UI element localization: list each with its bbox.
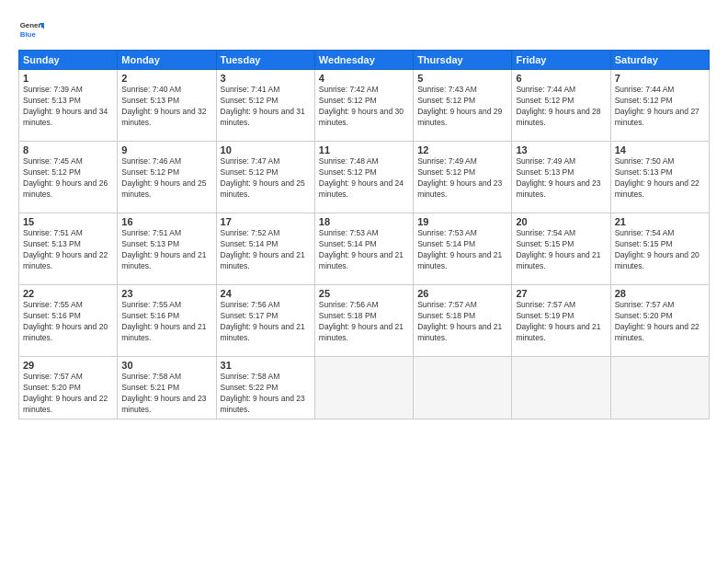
day-cell: 26Sunrise: 7:57 AMSunset: 5:18 PMDayligh… [414, 285, 512, 357]
calendar-page: General Blue SundayMondayTuesdayWednesda… [0, 0, 728, 563]
week-row-2: 8Sunrise: 7:45 AMSunset: 5:12 PMDaylight… [19, 142, 710, 213]
day-number: 15 [23, 216, 113, 227]
day-cell: 16Sunrise: 7:51 AMSunset: 5:13 PMDayligh… [118, 213, 216, 285]
week-row-3: 15Sunrise: 7:51 AMSunset: 5:13 PMDayligh… [19, 213, 710, 285]
day-number: 23 [121, 288, 211, 299]
day-cell: 6Sunrise: 7:44 AMSunset: 5:12 PMDaylight… [512, 70, 610, 142]
day-cell: 21Sunrise: 7:54 AMSunset: 5:15 PMDayligh… [610, 213, 709, 285]
day-cell: 17Sunrise: 7:52 AMSunset: 5:14 PMDayligh… [216, 213, 314, 285]
day-number: 11 [319, 144, 409, 155]
day-number: 1 [23, 73, 113, 84]
day-info: Sunrise: 7:55 AMSunset: 5:16 PMDaylight:… [121, 300, 211, 344]
day-number: 27 [516, 288, 606, 299]
day-number: 18 [319, 216, 409, 227]
day-info: Sunrise: 7:47 AMSunset: 5:12 PMDaylight:… [221, 156, 311, 201]
day-info: Sunrise: 7:48 AMSunset: 5:12 PMDaylight:… [319, 156, 409, 201]
day-cell [512, 357, 610, 419]
day-cell: 22Sunrise: 7:55 AMSunset: 5:16 PMDayligh… [19, 285, 118, 357]
day-number: 14 [615, 144, 705, 155]
logo-icon: General Blue [18, 17, 44, 42]
day-number: 31 [221, 360, 311, 371]
weekday-header-friday: Friday [512, 51, 610, 70]
day-info: Sunrise: 7:41 AMSunset: 5:12 PMDaylight:… [221, 85, 311, 129]
day-cell: 23Sunrise: 7:55 AMSunset: 5:16 PMDayligh… [118, 285, 216, 357]
day-info: Sunrise: 7:57 AMSunset: 5:19 PMDaylight:… [516, 300, 606, 344]
weekday-header-saturday: Saturday [610, 51, 709, 70]
day-cell [314, 357, 413, 419]
day-info: Sunrise: 7:50 AMSunset: 5:13 PMDaylight:… [615, 156, 705, 201]
day-info: Sunrise: 7:40 AMSunset: 5:13 PMDaylight:… [121, 85, 211, 129]
day-info: Sunrise: 7:58 AMSunset: 5:22 PMDaylight:… [221, 372, 311, 416]
weekday-header-thursday: Thursday [414, 51, 512, 70]
svg-text:General: General [20, 21, 44, 29]
calendar-table: SundayMondayTuesdayWednesdayThursdayFrid… [18, 50, 710, 419]
day-cell: 2Sunrise: 7:40 AMSunset: 5:13 PMDaylight… [118, 70, 216, 142]
day-info: Sunrise: 7:52 AMSunset: 5:14 PMDaylight:… [221, 228, 311, 272]
day-cell: 20Sunrise: 7:54 AMSunset: 5:15 PMDayligh… [512, 213, 610, 285]
day-number: 24 [221, 288, 311, 299]
day-info: Sunrise: 7:53 AMSunset: 5:14 PMDaylight:… [319, 228, 409, 272]
day-info: Sunrise: 7:54 AMSunset: 5:15 PMDaylight:… [516, 228, 606, 272]
day-cell: 19Sunrise: 7:53 AMSunset: 5:14 PMDayligh… [414, 213, 512, 285]
day-cell: 15Sunrise: 7:51 AMSunset: 5:13 PMDayligh… [19, 213, 118, 285]
day-info: Sunrise: 7:57 AMSunset: 5:18 PMDaylight:… [417, 300, 507, 344]
day-info: Sunrise: 7:55 AMSunset: 5:16 PMDaylight:… [23, 300, 113, 344]
day-cell: 3Sunrise: 7:41 AMSunset: 5:12 PMDaylight… [216, 70, 314, 142]
day-number: 12 [417, 144, 507, 155]
day-cell: 9Sunrise: 7:46 AMSunset: 5:12 PMDaylight… [118, 142, 216, 213]
day-number: 30 [121, 360, 211, 371]
day-cell [610, 357, 709, 419]
day-number: 2 [121, 73, 211, 84]
day-number: 10 [221, 144, 311, 155]
day-info: Sunrise: 7:58 AMSunset: 5:21 PMDaylight:… [121, 372, 211, 416]
day-cell: 12Sunrise: 7:49 AMSunset: 5:12 PMDayligh… [414, 142, 512, 213]
day-cell: 25Sunrise: 7:56 AMSunset: 5:18 PMDayligh… [314, 285, 413, 357]
weekday-header-monday: Monday [118, 51, 216, 70]
day-info: Sunrise: 7:53 AMSunset: 5:14 PMDaylight:… [417, 228, 507, 272]
day-number: 19 [417, 216, 507, 227]
day-cell: 27Sunrise: 7:57 AMSunset: 5:19 PMDayligh… [512, 285, 610, 357]
week-row-5: 29Sunrise: 7:57 AMSunset: 5:20 PMDayligh… [19, 357, 710, 419]
day-number: 17 [221, 216, 311, 227]
day-number: 8 [23, 144, 113, 155]
day-number: 3 [221, 73, 311, 84]
day-number: 5 [417, 73, 507, 84]
day-cell: 5Sunrise: 7:43 AMSunset: 5:12 PMDaylight… [414, 70, 512, 142]
day-cell: 7Sunrise: 7:44 AMSunset: 5:12 PMDaylight… [610, 70, 709, 142]
day-info: Sunrise: 7:49 AMSunset: 5:13 PMDaylight:… [516, 156, 606, 201]
day-number: 20 [516, 216, 606, 227]
day-number: 28 [615, 288, 705, 299]
day-number: 16 [121, 216, 211, 227]
day-number: 29 [23, 360, 113, 371]
weekday-header-tuesday: Tuesday [216, 51, 314, 70]
day-info: Sunrise: 7:44 AMSunset: 5:12 PMDaylight:… [516, 85, 606, 129]
day-cell: 8Sunrise: 7:45 AMSunset: 5:12 PMDaylight… [19, 142, 118, 213]
day-info: Sunrise: 7:46 AMSunset: 5:12 PMDaylight:… [121, 156, 211, 201]
day-cell: 30Sunrise: 7:58 AMSunset: 5:21 PMDayligh… [118, 357, 216, 419]
day-cell: 18Sunrise: 7:53 AMSunset: 5:14 PMDayligh… [314, 213, 413, 285]
svg-text:Blue: Blue [20, 30, 37, 39]
day-number: 9 [121, 144, 211, 155]
day-info: Sunrise: 7:44 AMSunset: 5:12 PMDaylight:… [615, 85, 705, 129]
day-number: 6 [516, 73, 606, 84]
day-info: Sunrise: 7:56 AMSunset: 5:17 PMDaylight:… [221, 300, 311, 344]
day-number: 4 [319, 73, 409, 84]
day-cell: 29Sunrise: 7:57 AMSunset: 5:20 PMDayligh… [19, 357, 118, 419]
day-info: Sunrise: 7:56 AMSunset: 5:18 PMDaylight:… [319, 300, 409, 344]
day-cell: 31Sunrise: 7:58 AMSunset: 5:22 PMDayligh… [216, 357, 314, 419]
day-number: 7 [615, 73, 705, 84]
day-info: Sunrise: 7:54 AMSunset: 5:15 PMDaylight:… [615, 228, 705, 272]
weekday-header-wednesday: Wednesday [314, 51, 413, 70]
day-cell: 1Sunrise: 7:39 AMSunset: 5:13 PMDaylight… [19, 70, 118, 142]
week-row-4: 22Sunrise: 7:55 AMSunset: 5:16 PMDayligh… [19, 285, 710, 357]
day-info: Sunrise: 7:42 AMSunset: 5:12 PMDaylight:… [319, 85, 409, 129]
header: General Blue [18, 17, 710, 42]
weekday-header-row: SundayMondayTuesdayWednesdayThursdayFrid… [19, 51, 710, 70]
day-info: Sunrise: 7:43 AMSunset: 5:12 PMDaylight:… [417, 85, 507, 129]
day-cell: 11Sunrise: 7:48 AMSunset: 5:12 PMDayligh… [314, 142, 413, 213]
day-info: Sunrise: 7:45 AMSunset: 5:12 PMDaylight:… [23, 156, 113, 201]
day-number: 13 [516, 144, 606, 155]
day-info: Sunrise: 7:51 AMSunset: 5:13 PMDaylight:… [23, 228, 113, 272]
day-number: 21 [615, 216, 705, 227]
logo: General Blue [18, 17, 44, 42]
